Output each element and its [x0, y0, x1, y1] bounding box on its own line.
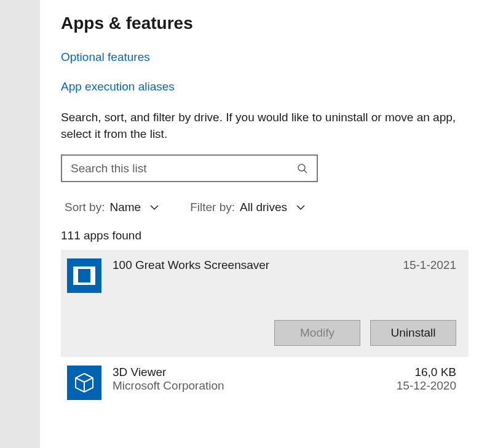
apps-count: 111 apps found	[61, 229, 469, 242]
app-list: 100 Great Works Screensaver 15-1-2021 Mo…	[61, 250, 469, 409]
filter-label: Filter by:	[190, 201, 235, 214]
app-name: 3D Viewer	[113, 366, 378, 379]
sidebar-strip	[0, 0, 40, 448]
filters-row: Sort by: Name Filter by: All drives	[61, 201, 469, 214]
app-actions: Modify Uninstall	[67, 320, 456, 346]
main-content: Apps & features Optional features App ex…	[40, 0, 487, 448]
app-item[interactable]: 3D Viewer Microsoft Corporation 16,0 KB …	[61, 357, 469, 409]
app-date: 15-1-2021	[389, 258, 456, 272]
cube-icon	[67, 366, 101, 400]
search-input[interactable]	[71, 162, 297, 175]
filter-dropdown[interactable]: Filter by: All drives	[190, 201, 306, 214]
app-size: 16,0 KB	[389, 366, 456, 379]
svg-line-1	[304, 170, 307, 172]
optional-features-link[interactable]: Optional features	[61, 50, 150, 64]
search-icon	[297, 163, 308, 174]
app-name: 100 Great Works Screensaver	[113, 258, 378, 272]
page-title: Apps & features	[61, 14, 469, 33]
screensaver-icon	[67, 258, 101, 293]
app-publisher: Microsoft Corporation	[113, 379, 378, 393]
chevron-down-icon	[149, 204, 159, 210]
search-box[interactable]	[61, 154, 318, 182]
sort-label: Sort by:	[65, 201, 105, 214]
modify-button: Modify	[274, 320, 360, 346]
app-date: 15-12-2020	[389, 379, 456, 393]
svg-point-0	[298, 164, 305, 171]
uninstall-button[interactable]: Uninstall	[370, 320, 456, 346]
sort-dropdown[interactable]: Sort by: Name	[65, 201, 159, 214]
filter-value: All drives	[240, 201, 287, 214]
app-execution-aliases-link[interactable]: App execution aliases	[61, 80, 175, 94]
sort-value: Name	[109, 201, 141, 214]
help-text: Search, sort, and filter by drive. If yo…	[61, 110, 469, 142]
chevron-down-icon	[296, 204, 306, 210]
app-item-selected[interactable]: 100 Great Works Screensaver 15-1-2021 Mo…	[61, 250, 469, 357]
